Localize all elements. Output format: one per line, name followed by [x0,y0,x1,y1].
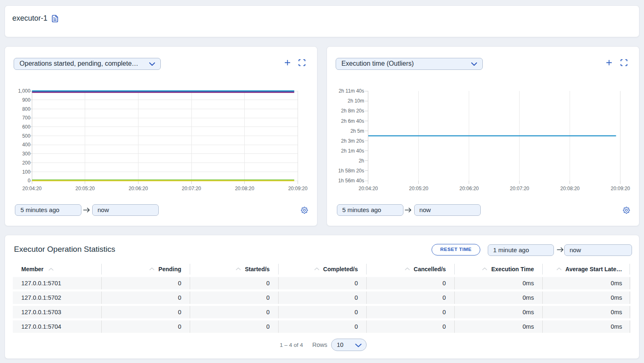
svg-text:300: 300 [22,151,31,157]
svg-text:20:09:20: 20:09:20 [611,186,630,191]
svg-text:900: 900 [22,97,31,103]
svg-text:20:08:20: 20:08:20 [560,186,580,191]
svg-text:2h 10m: 2h 10m [348,98,364,104]
svg-text:20:08:20: 20:08:20 [235,186,254,191]
svg-text:2h 8m 20s: 2h 8m 20s [341,108,364,114]
svg-text:1h 56m 40s: 1h 56m 40s [338,178,364,184]
svg-text:2h 6m 40s: 2h 6m 40s [341,118,364,124]
svg-text:20:09:20: 20:09:20 [288,186,308,191]
svg-text:20:04:20: 20:04:20 [22,186,42,191]
svg-text:20:05:20: 20:05:20 [76,186,95,191]
svg-text:700: 700 [22,115,31,121]
svg-text:1,000: 1,000 [18,88,31,94]
svg-text:500: 500 [22,133,31,139]
svg-text:2h: 2h [358,158,364,164]
svg-text:1h 58m 20s: 1h 58m 20s [338,168,364,174]
svg-text:2h 11m 40s: 2h 11m 40s [339,88,364,94]
svg-text:0: 0 [28,178,31,184]
svg-text:800: 800 [22,106,31,112]
svg-text:2h 5m: 2h 5m [350,128,364,134]
svg-text:2h 1m 40s: 2h 1m 40s [341,148,364,154]
svg-text:20:05:20: 20:05:20 [409,186,428,191]
svg-text:200: 200 [22,160,31,166]
svg-text:20:07:20: 20:07:20 [182,186,201,191]
svg-text:400: 400 [22,142,31,148]
svg-text:600: 600 [22,124,31,130]
svg-text:20:06:20: 20:06:20 [459,186,479,191]
svg-text:20:04:20: 20:04:20 [358,186,378,191]
svg-text:100: 100 [22,169,31,175]
svg-text:20:06:20: 20:06:20 [129,186,148,191]
svg-text:2h 3m 20s: 2h 3m 20s [341,138,364,144]
svg-text:20:07:20: 20:07:20 [510,186,529,191]
